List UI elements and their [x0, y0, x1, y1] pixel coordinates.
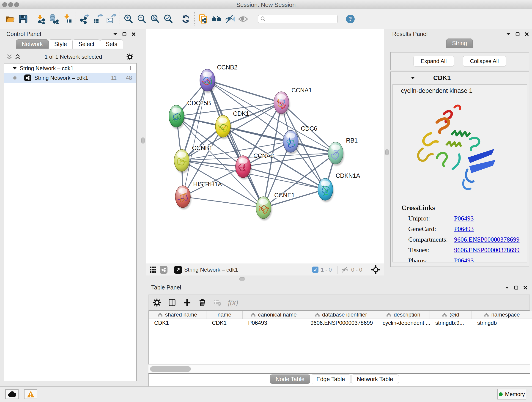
panel-menu-icon[interactable] — [113, 33, 117, 36]
network-share-icon[interactable] — [160, 266, 167, 274]
crosslink-value-link[interactable]: 9606.ENSP00000378699 — [454, 236, 519, 243]
network-node[interactable] — [318, 178, 334, 202]
import-network-button[interactable] — [34, 13, 47, 26]
search-input[interactable] — [266, 16, 336, 22]
close-panel-icon[interactable] — [132, 32, 136, 36]
warnings-button[interactable] — [24, 389, 37, 399]
crosslink-value-link[interactable]: P06493 — [454, 225, 474, 233]
selected-count-checkbox[interactable] — [312, 267, 318, 273]
network-status-dot — [13, 76, 17, 80]
scrollbar-thumb[interactable] — [150, 366, 191, 372]
birds-eye-view-icon[interactable] — [371, 265, 380, 274]
delete-table-icon — [213, 298, 222, 307]
delete-column-trash-icon[interactable] — [198, 298, 207, 307]
network-edge[interactable] — [207, 80, 264, 208]
table-header-database-identifier[interactable]: database identifier — [305, 311, 377, 319]
table-header-name[interactable]: name — [206, 311, 243, 319]
network-node[interactable] — [328, 142, 344, 166]
gene-section-header[interactable]: CDK1 — [391, 72, 529, 84]
memory-button[interactable]: Memory — [497, 389, 526, 400]
save-session-button[interactable] — [17, 13, 30, 26]
tab-sets[interactable]: Sets — [100, 39, 123, 49]
import-table-button[interactable] — [60, 13, 74, 26]
table-type-tabs: Node TableEdge TableNetwork Table — [270, 375, 399, 384]
open-session-button[interactable] — [3, 13, 17, 26]
panel-menu-icon[interactable] — [505, 286, 509, 289]
help-button[interactable]: ? — [344, 13, 357, 26]
collapse-arrow-icon[interactable] — [13, 67, 17, 70]
close-panel-icon[interactable] — [523, 286, 527, 290]
network-node[interactable] — [200, 69, 216, 93]
new-network-from-selection-button[interactable] — [196, 13, 210, 26]
network-collection-row[interactable]: String Network – cdk1 1 — [4, 64, 136, 73]
add-column-icon[interactable] — [183, 298, 192, 307]
expand-all-button[interactable]: Expand All — [413, 56, 454, 66]
tab-node-table[interactable]: Node Table — [270, 375, 310, 384]
network-node[interactable] — [174, 149, 190, 173]
tab-edge-table[interactable]: Edge Table — [311, 375, 351, 384]
open-folder-icon — [5, 14, 15, 24]
collapse-all-button[interactable]: Collapse All — [463, 56, 506, 66]
tab-style[interactable]: Style — [49, 39, 73, 49]
crosslink-value-link[interactable]: 9606.ENSP00000378699 — [454, 246, 519, 254]
table-header-canonical-name[interactable]: canonical name — [243, 311, 305, 319]
float-panel-icon[interactable] — [514, 286, 518, 290]
cloud-button[interactable] — [5, 389, 19, 399]
tab-string[interactable]: String — [446, 38, 473, 48]
network-node-count: 11 — [111, 75, 117, 81]
refresh-button[interactable] — [179, 13, 192, 26]
zoom-fit-button[interactable] — [148, 13, 162, 26]
network-row-selected[interactable]: String Network – cdk1 11 48 — [4, 73, 136, 83]
crosslink-row: Tissues:9606.ENSP00000378699 — [408, 246, 527, 254]
close-panel-icon[interactable] — [525, 32, 529, 36]
table-header-description[interactable]: description — [377, 311, 430, 319]
tab-network-table[interactable]: Network Table — [351, 375, 399, 384]
zoom-in-button[interactable] — [122, 13, 135, 26]
expand-all-tree-icon[interactable] — [6, 54, 12, 60]
network-node[interactable] — [175, 186, 191, 210]
right-splitter[interactable] — [384, 29, 389, 282]
show-grid-icon[interactable] — [150, 267, 156, 273]
table-row[interactable]: CDK1CDK1P064939606.ENSP00000378699cyclin… — [149, 319, 532, 327]
network-options-gear-icon[interactable] — [126, 53, 134, 61]
table-horizontal-scrollbar[interactable] — [148, 364, 530, 374]
left-splitter[interactable] — [139, 29, 146, 386]
table-header-namespace[interactable]: namespace — [472, 311, 532, 319]
table-settings-gear-icon[interactable] — [152, 298, 162, 307]
show-all-button[interactable] — [236, 13, 250, 26]
import-network-from-database-button[interactable] — [47, 13, 60, 26]
right-splitter-handle[interactable] — [385, 149, 389, 155]
tab-select[interactable]: Select — [73, 39, 100, 49]
collapse-all-tree-icon[interactable] — [15, 54, 21, 60]
network-canvas[interactable]: CCNB2CCNA1CDC25BCDK1CDC6RB1CCNB1CCNA2CDK… — [146, 29, 384, 264]
toolbar-separator — [194, 12, 195, 26]
zoom-out-button[interactable] — [135, 13, 148, 26]
crosslink-value-link[interactable]: P06493 — [454, 257, 474, 262]
crosslink-value-link[interactable]: P06493 — [454, 215, 474, 222]
float-panel-icon[interactable] — [122, 32, 127, 36]
network-edge[interactable] — [183, 80, 207, 197]
collapse-section-icon[interactable] — [411, 77, 415, 79]
export-network-button[interactable] — [78, 13, 91, 26]
export-table-button[interactable] — [91, 13, 104, 26]
network-view-toolbar: String Network – cdk1 1 - 0 0 - 0 — [146, 264, 384, 275]
network-node[interactable] — [256, 197, 272, 220]
table-header--id[interactable]: @id — [430, 311, 472, 319]
hide-selection-button[interactable] — [223, 13, 236, 26]
show-columns-icon[interactable] — [167, 298, 177, 307]
control-panel: Control Panel NetworkStyleSelectSets 1 o… — [0, 29, 139, 386]
zoom-selected-button[interactable] — [162, 13, 175, 26]
first-neighbors-button[interactable] — [210, 13, 223, 26]
network-edge[interactable] — [183, 197, 264, 208]
warning-icon — [27, 390, 35, 398]
bottom-splitter-handle[interactable] — [239, 277, 245, 281]
panel-menu-icon[interactable] — [506, 33, 510, 36]
network-edge[interactable] — [207, 80, 281, 103]
network-node[interactable] — [235, 156, 252, 179]
tab-network[interactable]: Network — [16, 39, 49, 49]
detach-view-icon[interactable] — [174, 266, 182, 274]
export-image-button[interactable] — [104, 13, 118, 26]
table-header-shared-name[interactable]: shared name — [149, 311, 206, 319]
float-panel-icon[interactable] — [515, 32, 520, 36]
left-splitter-handle[interactable] — [141, 138, 145, 143]
